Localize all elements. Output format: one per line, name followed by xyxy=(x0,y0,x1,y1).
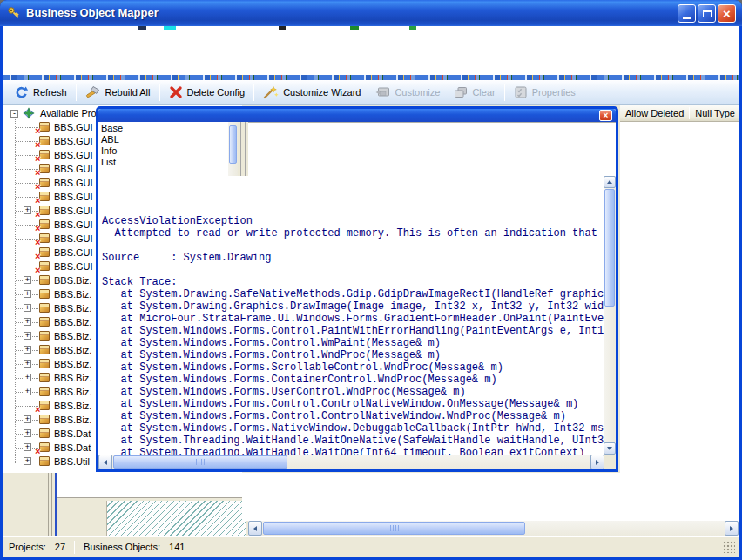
customize-form-icon xyxy=(374,86,390,98)
package-cube xyxy=(39,150,50,159)
package-icon: × xyxy=(38,135,51,146)
tree-collapse-expander[interactable]: - xyxy=(10,110,18,118)
status-bar: Projects:27 Business Objects:141 xyxy=(3,536,739,557)
tree-expander[interactable]: + xyxy=(24,332,31,340)
tree-expander[interactable]: + xyxy=(24,346,31,354)
tree-expander[interactable]: + xyxy=(24,206,31,214)
scrollbar-thumb[interactable] xyxy=(604,189,615,307)
package-icon: × xyxy=(38,233,51,244)
column-header-null-type[interactable]: Null Type xyxy=(690,108,740,118)
scroll-down-button[interactable] xyxy=(604,442,616,455)
package-icon: × xyxy=(38,177,51,188)
splitter-line xyxy=(48,473,49,536)
list-item[interactable]: ABL xyxy=(98,134,228,145)
tree-item-label: BBS.GUI xyxy=(54,122,93,132)
dialog-top-section: BaseABLInfoList xyxy=(98,122,616,176)
maximize-icon xyxy=(703,10,712,17)
tree-item-label: BBS.GUI xyxy=(54,206,93,216)
clear-button[interactable]: Clear xyxy=(447,82,502,103)
dialog-horizontal-scrollbar[interactable] xyxy=(98,455,616,469)
error-dialog[interactable]: × BaseABLInfoList AccessViolationExcepti… xyxy=(96,106,618,472)
list-item[interactable]: Info xyxy=(98,145,228,157)
column-header-allow-deleted[interactable]: Allow Deleted xyxy=(620,108,689,118)
tree-item-label: BBS.GUI xyxy=(54,261,93,272)
projects-star-icon xyxy=(23,107,35,119)
scrollbar-thumb[interactable] xyxy=(229,125,237,164)
package-cube xyxy=(39,401,50,410)
package-icon: × xyxy=(38,400,51,411)
package-icon: × xyxy=(38,246,51,258)
broken-header-band xyxy=(3,26,739,75)
tree-expander[interactable]: + xyxy=(24,415,31,423)
tree-item-label: BBS.Util xyxy=(54,456,90,467)
stack-trace-line: at MicroFour.StrataFrame.UI.Windows.Form… xyxy=(102,313,616,325)
tree-item-label: BBS.Biz. xyxy=(54,373,91,383)
tree-expander[interactable]: + xyxy=(24,443,31,451)
scrollbar-thumb[interactable] xyxy=(263,522,525,535)
scroll-right-button[interactable] xyxy=(590,455,604,469)
tree-expander[interactable]: + xyxy=(24,304,31,312)
scroll-left-button[interactable] xyxy=(98,455,112,469)
package-icon: × xyxy=(38,344,51,355)
package-icon: × xyxy=(38,358,51,369)
tree-item-label: BBS.GUI xyxy=(54,233,93,244)
minimize-button[interactable] xyxy=(678,4,696,23)
mapping-grid: Allow Deleted Null Type xyxy=(620,105,739,521)
window-title: Business Object Mapper xyxy=(26,6,159,19)
dialog-vertical-scrollbar[interactable] xyxy=(604,176,616,455)
right-arrow-icon xyxy=(730,526,733,531)
tree-expander[interactable]: + xyxy=(24,290,31,298)
scrollbar-thumb[interactable] xyxy=(113,455,287,469)
left-arrow-icon xyxy=(104,460,107,465)
dialog-list[interactable]: BaseABLInfoList xyxy=(98,122,228,176)
tree-root-label: Avaliable Pro xyxy=(40,108,97,118)
package-icon: × xyxy=(38,205,51,216)
package-icon: × xyxy=(38,149,51,160)
package-cube xyxy=(39,303,50,313)
customize-wizard-button[interactable]: Customize Wizard xyxy=(256,82,368,103)
package-cube xyxy=(39,387,50,396)
window-resize-grip[interactable] xyxy=(723,541,735,553)
minimize-icon xyxy=(683,17,691,19)
package-icon: × xyxy=(38,121,51,132)
package-cube xyxy=(39,122,50,132)
tree-item-label: BBS.Biz. xyxy=(54,331,91,341)
tree-expander[interactable]: + xyxy=(24,318,31,326)
scroll-up-button[interactable] xyxy=(604,176,616,188)
scroll-left-button[interactable] xyxy=(248,521,262,536)
list-item[interactable]: List xyxy=(98,157,228,168)
toolbar: Refresh Rebuild All Delete Config Custom… xyxy=(3,80,739,105)
dialog-list-scrollbar[interactable] xyxy=(228,122,238,176)
dialog-splitter[interactable] xyxy=(238,122,248,176)
exception-text-area[interactable]: AccessViolationException Attempted to re… xyxy=(98,176,616,455)
list-item[interactable]: Base xyxy=(98,123,228,134)
maximize-button[interactable] xyxy=(698,4,716,23)
tree-expander[interactable]: + xyxy=(24,457,31,465)
package-cube xyxy=(39,275,50,285)
title-bar[interactable]: Business Object Mapper × xyxy=(0,0,742,26)
dialog-close-button[interactable]: × xyxy=(599,110,612,121)
properties-button[interactable]: Properties xyxy=(507,82,583,103)
close-button[interactable]: × xyxy=(718,4,736,23)
refresh-button[interactable]: Refresh xyxy=(7,82,74,103)
tree-expander[interactable]: + xyxy=(24,374,31,381)
package-cube xyxy=(39,261,50,271)
paint-artifact xyxy=(164,26,176,30)
dialog-title-bar[interactable]: × xyxy=(98,109,616,122)
splitter-line xyxy=(51,473,52,536)
tree-expander[interactable]: + xyxy=(24,388,31,395)
lower-left-panel xyxy=(3,473,54,536)
scroll-right-button[interactable] xyxy=(725,521,739,536)
customize-button[interactable]: Customize xyxy=(368,82,447,103)
tree-item-label: BBS.Dat xyxy=(54,428,91,439)
dialog-resize-grip[interactable] xyxy=(604,455,616,469)
tree-expander[interactable]: + xyxy=(24,276,31,284)
main-horizontal-scrollbar[interactable] xyxy=(248,521,739,536)
tree-expander[interactable]: + xyxy=(24,360,31,368)
stack-trace-line: at System.Windows.Forms.Control.WmPaint(… xyxy=(102,337,616,349)
tree-item-label: BBS.Biz. xyxy=(54,387,91,397)
rebuild-all-button[interactable]: Rebuild All xyxy=(78,82,158,103)
package-cube xyxy=(39,373,50,382)
delete-config-button[interactable]: Delete Config xyxy=(162,82,253,103)
tree-expander[interactable]: + xyxy=(24,429,31,437)
